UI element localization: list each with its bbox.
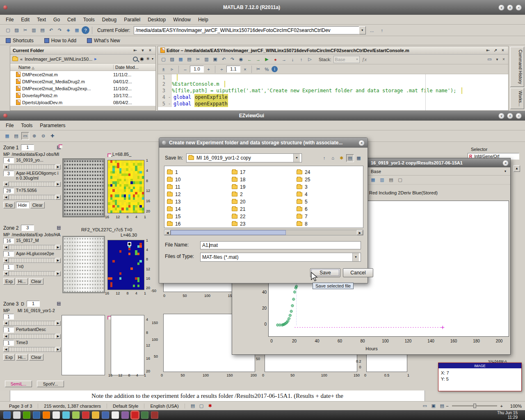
file-name-input[interactable]: A1.mat bbox=[200, 241, 361, 249]
slider-right-icon[interactable]: ▶ bbox=[55, 195, 61, 200]
slider-left-icon[interactable]: ◀ bbox=[3, 245, 9, 250]
new-folder-icon[interactable]: ✱ bbox=[338, 154, 345, 162]
file-row[interactable]: DpertsUploadDev.m 08/04/2... bbox=[10, 99, 155, 106]
undock-icon[interactable]: ↗ bbox=[493, 48, 498, 52]
zone2-slider-2[interactable]: ◀▶ bbox=[3, 258, 61, 263]
window-menu-icon[interactable] bbox=[3, 114, 7, 118]
zone2-field-1[interactable]: 16 bbox=[3, 238, 14, 244]
zone3-field-2[interactable]: 1 bbox=[3, 327, 14, 333]
slider-left-icon[interactable]: ◀ bbox=[3, 271, 9, 276]
zone1-hide-button[interactable]: Hide bbox=[16, 202, 29, 208]
app-icon-9[interactable] bbox=[82, 411, 89, 419]
maximize-button[interactable]: ∧ bbox=[507, 5, 513, 11]
combo-down-icon[interactable]: ▾ bbox=[504, 169, 510, 173]
help-icon[interactable]: ? bbox=[82, 26, 89, 34]
slider-left-icon[interactable]: ◀ bbox=[3, 347, 9, 352]
slider-right-icon[interactable]: ▶ bbox=[55, 258, 61, 263]
zone1-count-field[interactable]: 1 bbox=[21, 144, 34, 151]
grid-icon[interactable] bbox=[57, 226, 61, 230]
book-view-icon[interactable]: ▤ bbox=[438, 402, 446, 410]
folder-item[interactable]: 7 bbox=[297, 214, 361, 219]
folder-breadcrumb[interactable]: « InovImager_jwrCF_WINLinx150... ▸ ◉ ✳ ▾ bbox=[10, 55, 155, 64]
zoom-out-icon[interactable]: ⊖ bbox=[39, 132, 47, 140]
heatmap-1[interactable] bbox=[107, 160, 144, 213]
zone3-field-1[interactable]: 1 bbox=[3, 314, 14, 320]
copy-icon[interactable]: ▥ bbox=[203, 55, 210, 63]
selection-mode-icon[interactable]: ▢ bbox=[198, 402, 205, 410]
dock-icon[interactable]: ⇤ bbox=[132, 48, 138, 52]
folder-item[interactable]: 20 bbox=[232, 199, 296, 205]
editor-layout-icon[interactable]: ▭ bbox=[486, 55, 493, 63]
open-file-icon[interactable]: ▨ bbox=[168, 55, 176, 63]
folder-item[interactable]: 15 bbox=[167, 214, 231, 219]
folder-item[interactable]: 14 bbox=[167, 206, 231, 212]
app-icon-10[interactable] bbox=[92, 411, 99, 419]
zone3-field-3[interactable]: 1 bbox=[3, 340, 14, 346]
select-plot-icon[interactable]: ▭ bbox=[21, 132, 29, 140]
find-icon[interactable]: ◉ bbox=[237, 55, 245, 63]
menu-down-icon[interactable]: ▾ bbox=[140, 48, 146, 52]
folder-list-hscrollbar[interactable]: ◀ ▶ bbox=[164, 230, 363, 235]
app-icon-14[interactable] bbox=[131, 411, 139, 419]
window-menu-icon[interactable] bbox=[3, 5, 7, 9]
menu-item[interactable]: Debug bbox=[102, 17, 116, 23]
menu-item[interactable]: Cell bbox=[67, 17, 76, 23]
folder-item[interactable]: 5 bbox=[297, 199, 361, 205]
panel-icon[interactable]: ▤ bbox=[387, 176, 395, 184]
paste-icon[interactable]: ▤ bbox=[39, 26, 46, 34]
folder-item[interactable]: 11 bbox=[167, 184, 231, 190]
home-icon[interactable]: ⌂ bbox=[329, 154, 337, 162]
view-details-icon[interactable]: ▦ bbox=[355, 154, 363, 162]
zoom-out-icon[interactable]: − bbox=[446, 404, 448, 409]
zone2-field-3[interactable]: 1 bbox=[3, 264, 14, 270]
zone2-clear-button[interactable]: Clear bbox=[29, 278, 43, 285]
layout-icon[interactable]: ▢ bbox=[396, 176, 404, 184]
print-icon[interactable]: ▤ bbox=[185, 55, 193, 63]
current-folder-input[interactable] bbox=[134, 26, 359, 34]
zone1-field-2[interactable]: 3 bbox=[3, 171, 14, 176]
zone3-slider-3[interactable]: ◀▶ bbox=[3, 347, 61, 352]
zone2-hide-button[interactable]: Hi... bbox=[16, 278, 28, 285]
folder-item[interactable]: 2 bbox=[232, 192, 296, 197]
code-editor[interactable]: 1 2%EstartConsole.m 3%[file,path] = uipu… bbox=[158, 74, 508, 110]
combo-down-icon[interactable]: ▾ bbox=[352, 253, 359, 261]
shade-button[interactable]: ∨ bbox=[498, 5, 504, 11]
slider-right-icon[interactable]: ▶ bbox=[55, 182, 61, 187]
files-of-type-combo[interactable]: MAT-files (*.mat) ▾ bbox=[200, 253, 361, 262]
slider-right-icon[interactable]: ▶ bbox=[55, 321, 61, 326]
file-row[interactable]: DMPexcel2mat_MediaDrug2exp... 11/10/2... bbox=[10, 85, 155, 92]
file-row[interactable]: DMPexcel2mat.m 11/11/2... bbox=[10, 71, 155, 78]
app-icon-2[interactable] bbox=[13, 411, 21, 419]
undo-icon[interactable]: ↶ bbox=[47, 26, 55, 34]
fx-icon[interactable]: ƒx bbox=[361, 55, 368, 63]
shortcut-item[interactable]: What's New bbox=[87, 38, 120, 43]
app-icon-11[interactable] bbox=[102, 411, 109, 419]
combo-down-icon[interactable]: ▾ bbox=[293, 154, 300, 162]
up-folder-icon[interactable]: ↑ bbox=[320, 154, 328, 162]
matlab-titlebar[interactable]: MATLAB 7.12.0 (R2011a) ∨ ∧ × bbox=[0, 0, 525, 15]
close-icon[interactable]: × bbox=[147, 48, 153, 52]
zone1-slider-3[interactable]: ◀▶ bbox=[3, 195, 61, 200]
zone2-field-2[interactable]: 1 bbox=[3, 251, 14, 257]
times-button[interactable]: × bbox=[241, 65, 249, 73]
close-button[interactable]: × bbox=[502, 160, 509, 166]
file-row[interactable]: DMPexcel2mat_MediaDrug2.m 04/01/2... bbox=[10, 78, 155, 85]
folder-item[interactable]: 3 bbox=[297, 184, 361, 190]
zone3-clear-button[interactable]: Clear bbox=[29, 354, 43, 361]
step-icon[interactable]: → bbox=[280, 55, 288, 63]
app-icon-7[interactable] bbox=[62, 411, 70, 419]
simulink-icon[interactable]: ◈ bbox=[64, 26, 72, 34]
zoom-percent[interactable]: 100% bbox=[503, 404, 522, 409]
table2-icon[interactable]: ▥ bbox=[378, 176, 386, 184]
new-file-icon[interactable]: ▢ bbox=[4, 26, 12, 34]
zone3-hide-button[interactable]: Hi... bbox=[16, 354, 28, 361]
column-date[interactable]: Date Mod... bbox=[114, 65, 155, 70]
maximize-button[interactable]: ∧ bbox=[507, 113, 513, 119]
code-line[interactable]: 1 bbox=[158, 74, 508, 81]
code-line[interactable]: 5-globalopenExppath bbox=[158, 100, 508, 107]
slider-right-icon[interactable]: ▶ bbox=[55, 271, 61, 276]
forward-icon[interactable]: → bbox=[254, 55, 262, 63]
search-icon[interactable] bbox=[133, 57, 138, 62]
close-button[interactable]: × bbox=[516, 113, 522, 119]
app-icon-3[interactable] bbox=[23, 411, 30, 419]
